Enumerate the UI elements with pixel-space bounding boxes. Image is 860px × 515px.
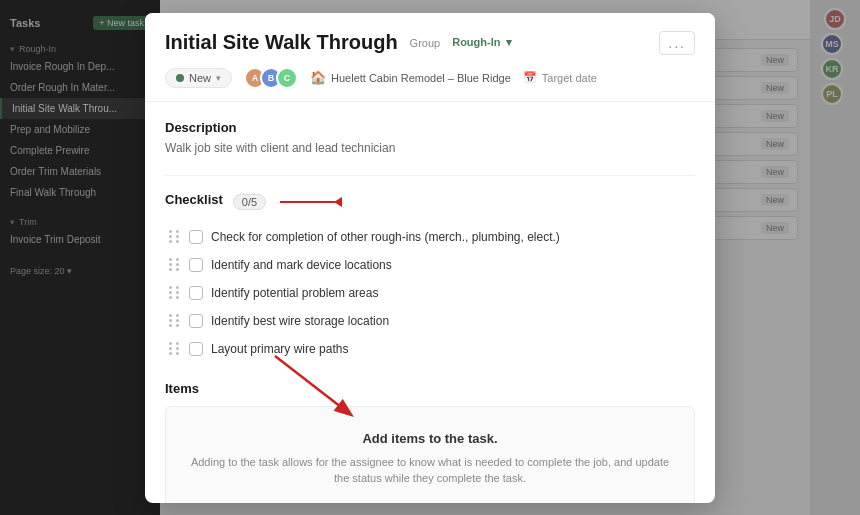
modal-group-value: Rough-In ▾ [452, 36, 511, 49]
modal-title: Initial Site Walk Through [165, 31, 398, 54]
items-empty-box: Add items to the task. Adding to the tas… [165, 406, 695, 503]
checklist-checkbox-3[interactable] [189, 286, 203, 300]
checklist-text-5: Layout primary wire paths [211, 342, 348, 356]
drag-handle-1[interactable] [169, 230, 181, 243]
modal-title-group: Initial Site Walk Through Group Rough-In… [165, 31, 512, 54]
checklist-item-4: Identify best wire storage location [165, 309, 695, 333]
modal-meta-row: New ▾ A B C 🏠 Huelett Cabin Remodel – Bl… [165, 67, 695, 89]
project-icon: 🏠 [310, 70, 326, 85]
target-date-label: Target date [542, 72, 597, 84]
project-label: Huelett Cabin Remodel – Blue Ridge [331, 72, 511, 84]
modal-group-label: Group [410, 37, 441, 49]
checklist-item-5: Layout primary wire paths [165, 337, 695, 361]
checklist-text-2: Identify and mark device locations [211, 258, 392, 272]
checklist-section: Checklist 0/5 [165, 192, 695, 361]
assignee-group[interactable]: A B C [244, 67, 298, 89]
assignee-avatar-3: C [276, 67, 298, 89]
items-annotation-container: Add items to the task. Adding to the tas… [165, 406, 695, 503]
drag-handle-5[interactable] [169, 342, 181, 355]
checklist-annotation [280, 197, 342, 207]
description-section: Description Walk job site with client an… [165, 120, 695, 155]
annotation-line [280, 201, 335, 203]
description-text: Walk job site with client and lead techn… [165, 141, 695, 155]
checklist-title: Checklist [165, 192, 223, 207]
checklist-text-4: Identify best wire storage location [211, 314, 389, 328]
modal-overlay: × Initial Site Walk Through Group Rough-… [0, 0, 860, 515]
drag-handle-4[interactable] [169, 314, 181, 327]
description-title: Description [165, 120, 695, 135]
items-empty-title: Add items to the task. [190, 431, 670, 446]
checklist-checkbox-5[interactable] [189, 342, 203, 356]
checklist-header: Checklist 0/5 [165, 192, 695, 213]
items-section-title: Items [165, 381, 695, 396]
drag-handle-2[interactable] [169, 258, 181, 271]
items-empty-desc: Adding to the task allows for the assign… [190, 454, 670, 487]
status-pill[interactable]: New ▾ [165, 68, 232, 88]
divider-1 [165, 175, 695, 176]
modal-options-button[interactable]: ... [659, 31, 695, 55]
checklist-text-1: Check for completion of other rough-ins … [211, 230, 560, 244]
checklist-item-1: Check for completion of other rough-ins … [165, 225, 695, 249]
drag-handle-3[interactable] [169, 286, 181, 299]
checklist-checkbox-1[interactable] [189, 230, 203, 244]
status-dot-icon [176, 74, 184, 82]
modal-title-row: Initial Site Walk Through Group Rough-In… [165, 31, 695, 55]
modal-header: Initial Site Walk Through Group Rough-In… [145, 13, 715, 102]
items-section: Items Add items to the task. Adding to t… [165, 381, 695, 503]
checklist-item-2: Identify and mark device locations [165, 253, 695, 277]
status-label: New [189, 72, 211, 84]
target-date-field[interactable]: 📅 Target date [523, 71, 597, 84]
checklist-text-3: Identify potential problem areas [211, 286, 378, 300]
status-dropdown-icon: ▾ [216, 73, 221, 83]
add-items-link[interactable]: + Add items [396, 502, 464, 503]
annotation-arrowhead-left [334, 197, 342, 207]
group-dropdown-icon[interactable]: ▾ [506, 36, 512, 48]
checklist-badge: 0/5 [233, 194, 266, 210]
checklist-items-list: Check for completion of other rough-ins … [165, 225, 695, 361]
checklist-checkbox-2[interactable] [189, 258, 203, 272]
checklist-checkbox-4[interactable] [189, 314, 203, 328]
modal-body: Description Walk job site with client an… [145, 102, 715, 503]
project-meta[interactable]: 🏠 Huelett Cabin Remodel – Blue Ridge [310, 70, 511, 85]
checklist-item-3: Identify potential problem areas [165, 281, 695, 305]
calendar-icon: 📅 [523, 71, 537, 84]
task-detail-modal: × Initial Site Walk Through Group Rough-… [145, 13, 715, 503]
